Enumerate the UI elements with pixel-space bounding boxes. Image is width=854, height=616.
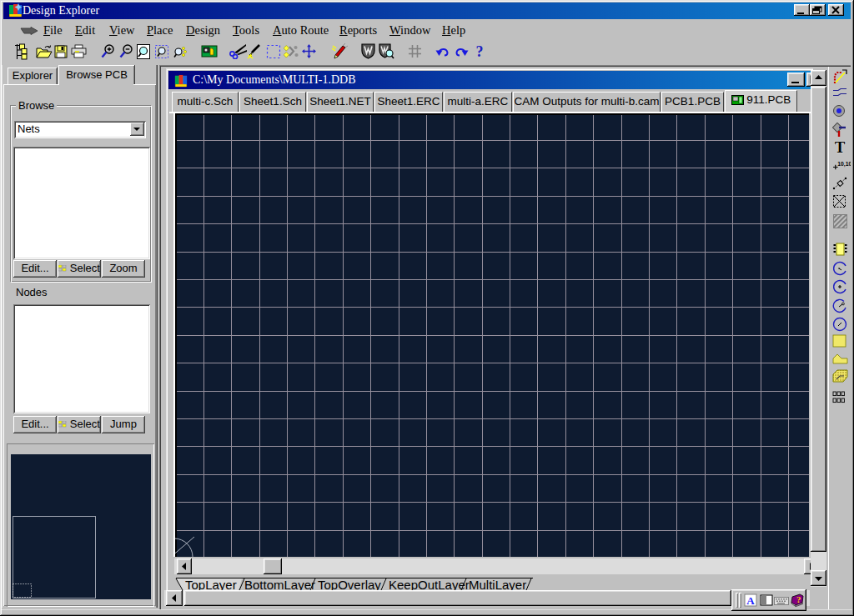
svg-text:?: ? bbox=[476, 43, 484, 60]
svg-text:T: T bbox=[835, 140, 846, 155]
svg-text:10,10: 10,10 bbox=[837, 161, 851, 168]
svg-text:A: A bbox=[746, 594, 755, 607]
svg-text:?: ? bbox=[796, 594, 801, 604]
